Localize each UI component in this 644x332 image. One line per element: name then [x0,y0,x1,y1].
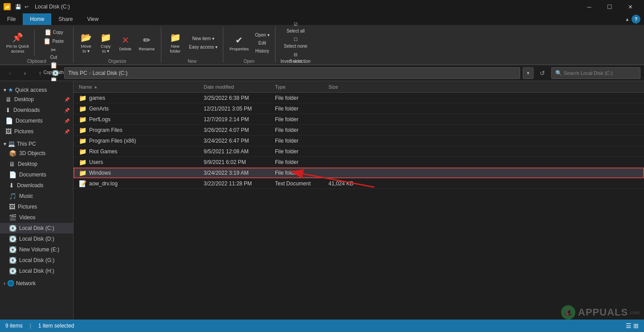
sidebar-item-downloads-pc[interactable]: ⬇ Downloads [0,180,73,191]
pin-to-quick-access-button[interactable]: 📌 Pin to Quickaccess [4,28,32,58]
col-date-header[interactable]: Date modified [200,81,271,92]
table-row[interactable]: 📁 Users 9/9/2021 6:02 PM File folder [74,157,644,168]
file-name-cell: 📁 Windows [75,169,200,176]
up-button[interactable]: ↑ [34,67,46,79]
forward-button[interactable]: › [19,67,31,79]
open-button[interactable]: Open ▾ [253,32,271,38]
table-row[interactable]: 📁 Riot Games 9/5/2021 12:08 AM File fold… [74,146,644,157]
table-row[interactable]: 📁 Program Files 3/26/2022 4:07 PM File f… [74,125,644,135]
col-type-header[interactable]: Type [271,81,325,92]
copy-button[interactable]: 📋 Copy [37,28,70,37]
sidebar-item-pictures-pc[interactable]: 🖼 Pictures [0,201,73,212]
properties-icon: ✔ [235,35,243,45]
table-row[interactable]: 📁 games 3/25/2022 6:38 PM File folder [74,93,644,103]
search-placeholder: Search Local Disk (C:) [564,70,613,76]
sidebar-item-local-disk-h[interactable]: 💽 Local Disk (H:) [0,266,73,276]
back-button[interactable]: ‹ [4,67,16,79]
maximize-button[interactable]: ☐ [599,0,620,13]
select-stack: ☑ Select all ☐ Select none ⊟ Invert sele… [279,28,312,58]
clipboard-stack: 📋 Copy 📋 Paste ✂ Cut 📋 Copy path [37,28,70,58]
table-row[interactable]: 📁 Program Files (x86) 3/24/2022 6:47 PM … [74,135,644,146]
sidebar-item-3d-objects[interactable]: 📦 3D Objects [0,148,73,159]
sidebar-item-local-disk-d[interactable]: 💽 Local Disk (D:) [0,234,73,244]
close-button[interactable]: ✕ [620,0,640,13]
sidebar-item-desktop-quick[interactable]: 🖥 Desktop 📌 [0,94,73,105]
sidebar-item-videos[interactable]: 🎬 Videos [0,212,73,223]
file-date-cell: 12/21/2021 3:05 PM [200,106,271,112]
table-row[interactable]: 📁 GenArts 12/21/2021 3:05 PM File folder [74,103,644,114]
location-icon-btn[interactable]: 💽 [49,67,62,79]
address-path[interactable]: This PC › Local Disk (C:) [64,67,520,79]
new-item-button[interactable]: New item ▾ [187,35,219,42]
disk-d-icon: 💽 [9,235,16,242]
tab-view[interactable]: View [80,13,106,25]
rename-button[interactable]: ✏ Rename [136,28,157,58]
sidebar-downloads-pc-label: Downloads [17,182,70,189]
path-this-pc[interactable]: This PC [68,70,87,76]
sidebar-item-desktop-pc[interactable]: 🖥 Desktop [0,159,73,169]
help-button[interactable]: ? [632,15,640,24]
select-group-items: ☑ Select all ☐ Select none ⊟ Invert sele… [279,28,312,58]
sidebar-item-documents-quick[interactable]: 📄 Documents 📌 [0,115,73,126]
edit-button[interactable]: Edit [253,40,271,46]
divider1 [34,29,35,56]
clipboard-group: 📌 Pin to Quickaccess 📋 Copy 📋 Paste [0,27,74,63]
paste-button[interactable]: 📋 Paste [37,37,70,45]
organize-group: 📂 Moveto ▾ 📁 Copyto ▾ ✕ Delete ✏ Rename … [74,27,161,63]
new-folder-button[interactable]: 📁 Newfolder [165,28,185,58]
select-none-button[interactable]: ☐ Select none [279,36,312,49]
file-name-cell: 📁 Riot Games [75,148,200,155]
copy-icon: 📋 [44,29,52,36]
table-row[interactable]: 📝 aow_drv.log 3/22/2022 11:28 PM Text Do… [74,178,644,189]
copy-to-button[interactable]: 📁 Copyto ▾ [97,28,115,58]
qat-save[interactable]: 💾 [15,4,21,9]
desktop-pc-icon: 🖥 [9,160,15,168]
quick-access-section[interactable]: ▾ ★ Quick access [0,85,73,94]
qat-undo[interactable]: ↩ [25,4,29,9]
file-name: Program Files [89,127,123,133]
paste-icon: 📋 [43,37,51,45]
sidebar-item-local-disk-c[interactable]: 💽 Local Disk (C:) [0,223,73,234]
copy-to-icon: 📁 [100,32,111,43]
tab-home[interactable]: Home [23,13,51,25]
easy-access-button[interactable]: Easy access ▾ [187,44,219,50]
file-name: games [89,95,105,101]
tab-share[interactable]: Share [51,13,80,25]
sidebar-item-local-disk-g[interactable]: 💽 Local Disk (G:) [0,255,73,266]
sidebar-item-pictures-quick[interactable]: 🖼 Pictures 📌 [0,126,73,137]
path-local-disk[interactable]: Local Disk (C:) [93,70,128,76]
network-section[interactable]: › 🌐 Network [0,278,73,287]
clipboard-group-items: 📌 Pin to Quickaccess 📋 Copy 📋 Paste [4,28,70,58]
select-all-button[interactable]: ☑ Select all [279,21,312,34]
move-to-button[interactable]: 📂 Moveto ▾ [77,28,95,58]
search-box[interactable]: 🔍 Search Local Disk (C:) [551,67,640,79]
refresh-button[interactable]: ↺ [536,67,549,79]
address-dropdown-btn[interactable]: ▾ [523,67,533,79]
sidebar: ▾ ★ Quick access 🖥 Desktop 📌 ⬇ Downloads… [0,81,74,320]
sidebar-music-label: Music [19,193,70,199]
col-name-header[interactable]: Name ▲ [75,81,200,92]
file-icon: 📁 [79,116,86,123]
sidebar-item-music[interactable]: 🎵 Music [0,191,73,201]
pin-indicator4: 📌 [64,129,70,134]
sidebar-item-new-volume-e[interactable]: 💽 New Volume (E:) [0,244,73,255]
file-size-cell: 41,024 KB [325,180,365,187]
view-details-btn[interactable]: ☰ [626,322,632,329]
sidebar-item-documents-pc[interactable]: 📄 Documents [0,169,73,180]
view-tiles-btn[interactable]: ⊞ [633,322,639,329]
table-row[interactable]: 📁 PerfLogs 12/7/2019 2:14 PM File folder [74,114,644,125]
col-size-header[interactable]: Size [325,81,365,92]
this-pc-section[interactable]: ▾ 💻 This PC [0,139,73,148]
tab-file[interactable]: File [0,13,23,25]
sidebar-item-downloads-quick[interactable]: ⬇ Downloads 📌 [0,105,73,115]
minimize-button[interactable]: ─ [579,0,599,13]
properties-button[interactable]: ✔ Properties [227,28,251,58]
ribbon-collapse-btn[interactable]: ▲ [625,16,630,22]
history-button[interactable]: History [253,48,271,54]
new-stack: New item ▾ Easy access ▾ [187,28,219,58]
table-row[interactable]: 📁 Windows 3/24/2022 3:19 AM File folder [74,168,644,178]
address-bar: ‹ › ↑ 💽 This PC › Local Disk (C:) ▾ ↺ 🔍 … [0,65,644,81]
cut-button[interactable]: ✂ Cut [37,45,70,61]
delete-button[interactable]: ✕ Delete [116,28,134,58]
file-name: GenArts [89,106,109,112]
